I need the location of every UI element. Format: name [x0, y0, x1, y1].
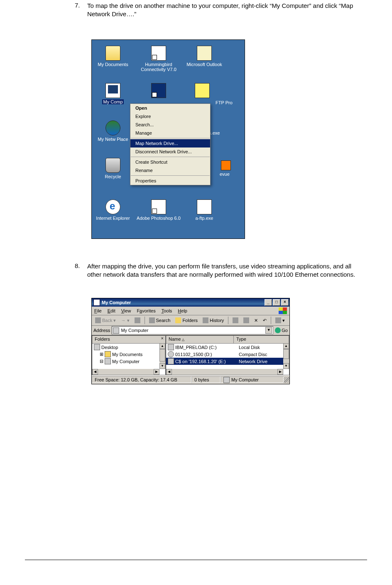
mycomputer-icon [93, 299, 100, 306]
minimize-button[interactable]: _ [265, 299, 272, 306]
drive-row-d[interactable]: 011102_1500 (D:)Compact Disc [166, 351, 289, 358]
up-icon [135, 317, 140, 323]
scroll-down[interactable]: ▼ [283, 363, 289, 369]
scroll-thumb[interactable] [159, 349, 165, 361]
go-button[interactable]: Go [275, 327, 288, 333]
tree-my-documents[interactable]: ⊞My Documents [92, 351, 165, 358]
scroll-left[interactable]: ◀ [92, 369, 98, 375]
menu-view[interactable]: View [121, 308, 131, 313]
ctx-rename[interactable]: Rename [130, 166, 210, 175]
netdrive-icon [168, 358, 174, 364]
undo-button[interactable]: ↶ [261, 317, 268, 324]
menu-file[interactable]: File [94, 308, 102, 313]
scroll-right[interactable]: ▶ [154, 369, 159, 375]
ctx-search[interactable]: Search... [130, 120, 210, 129]
step-7-text: To map the drive on another machine to y… [87, 2, 367, 19]
folder-icon [105, 46, 120, 61]
drive-row-c[interactable]: IBM_PRELOAD (C:)Local Disk [166, 344, 289, 351]
netscape-icon: ↗ [151, 83, 166, 98]
icon-my-network-places[interactable]: My Netw Place [90, 120, 136, 142]
moveto-button[interactable] [231, 317, 240, 324]
delete-button[interactable]: ✕ [252, 317, 260, 324]
scroll-left[interactable]: ◀ [166, 369, 172, 375]
icon-evue[interactable]: evue [207, 160, 245, 177]
step-7-number: 7. [75, 2, 87, 19]
menu-edit[interactable]: Edit [108, 308, 115, 313]
icon-ons-exe[interactable]: ns.exe [206, 130, 244, 136]
forward-button[interactable]: → ▾ [119, 317, 131, 324]
ctx-separator [131, 157, 210, 157]
ctx-properties[interactable]: Properties [130, 177, 210, 185]
step-8-number: 8. [75, 262, 87, 279]
copyto-icon [243, 317, 249, 323]
tree-desktop[interactable]: Desktop [92, 344, 165, 351]
history-button[interactable]: History [201, 317, 225, 324]
ctx-create-shortcut[interactable]: Create Shortcut [130, 158, 210, 166]
scroll-right[interactable]: ▶ [277, 369, 283, 375]
col-type[interactable]: Type [234, 336, 289, 343]
up-button[interactable] [133, 317, 142, 324]
ctx-disconnect-network-drive[interactable]: Disconnect Network Drive... [130, 147, 210, 156]
back-button[interactable]: Back ▾ [93, 317, 118, 324]
scroll-thumb[interactable] [283, 349, 289, 359]
titlebar[interactable]: My Computer _ □ × [92, 298, 289, 307]
scroll-up[interactable]: ▲ [283, 343, 289, 349]
col-name[interactable]: Name △ [166, 336, 234, 343]
search-button[interactable]: Search [147, 317, 172, 324]
drive-row-e[interactable]: C$ on '192.168.1.20' (E:)Network Drive [166, 358, 289, 365]
icon-hummingbird[interactable]: ↗ Hummingbird Connectivity V7.0 [136, 46, 181, 72]
scroll-up[interactable]: ▲ [159, 343, 165, 349]
icon-a-ftp[interactable]: a-ftp.exe [181, 199, 227, 221]
icon-photoshop[interactable]: ↗ Adobe Photoshop 6.0 [136, 199, 181, 221]
icon-my-documents[interactable]: My Documents [90, 46, 136, 67]
close-button[interactable]: × [281, 299, 289, 306]
ctx-manage[interactable]: Manage [130, 129, 210, 137]
icon-label: evue [207, 172, 230, 177]
app-icon: ↗ [151, 46, 166, 61]
views-icon [275, 317, 281, 323]
computer-icon [105, 83, 120, 98]
maximize-button[interactable]: □ [273, 299, 280, 306]
step-7: 7. To map the drive on another machine t… [75, 2, 367, 19]
tree-hscroll[interactable]: ◀ ▶ [92, 369, 159, 375]
page-footer-rule [25, 560, 367, 560]
menu-help[interactable]: Help [178, 308, 187, 313]
tree-my-computer[interactable]: ⊟My Computer [92, 358, 165, 365]
resize-grip[interactable] [284, 377, 289, 383]
icon-ftp-pro[interactable]: FTP Pro [195, 83, 245, 106]
folders-pane-close[interactable]: × [159, 336, 165, 343]
address-bar: Address My Computer ▼ Go [92, 326, 289, 335]
icon-recycle-bin[interactable]: Recycle [90, 158, 136, 179]
scroll-down[interactable]: ▼ [159, 363, 165, 369]
desktop-icon [94, 344, 100, 350]
list-hscroll[interactable]: ◀ ▶ [166, 369, 283, 375]
statusbar: Free Space: 12.0 GB, Capacity: 17.4 GB 0… [92, 375, 289, 384]
ctx-explore[interactable]: Explore [130, 112, 210, 120]
icon-my-computer[interactable]: My Comp [90, 83, 136, 105]
tree-vscroll[interactable]: ▲ ▼ [159, 343, 165, 369]
list-vscroll[interactable]: ▲ ▼ [283, 343, 289, 369]
history-icon [203, 317, 208, 323]
go-icon [275, 327, 281, 333]
ctx-map-network-drive[interactable]: Map Network Drive... [130, 139, 210, 147]
icon-label: My Documents [98, 62, 128, 67]
folders-pane-title: Folders [92, 336, 159, 343]
photoshop-icon: ↗ [151, 199, 166, 214]
evue-icon [221, 160, 231, 170]
icon-ie[interactable]: Internet Explorer [90, 199, 136, 221]
menu-favorites[interactable]: Favorites [137, 308, 155, 313]
ctx-open[interactable]: Open [130, 104, 210, 112]
folders-button[interactable]: Folders [174, 317, 199, 324]
copyto-button[interactable] [242, 317, 251, 324]
step-8-text: After mapping the drive, you can perform… [87, 262, 367, 279]
address-input[interactable]: My Computer ▼ [112, 326, 273, 334]
address-label: Address [93, 328, 110, 333]
views-button[interactable]: ▾ [274, 317, 287, 324]
address-dropdown[interactable]: ▼ [265, 327, 272, 334]
menu-tools[interactable]: Tools [162, 308, 172, 313]
folders-icon [175, 317, 181, 323]
icon-netscape[interactable]: ↗ [136, 83, 181, 99]
icon-label: Recycle [105, 174, 121, 179]
icon-outlook[interactable]: Microsoft Outlook [181, 46, 227, 67]
moveto-icon [233, 317, 238, 323]
